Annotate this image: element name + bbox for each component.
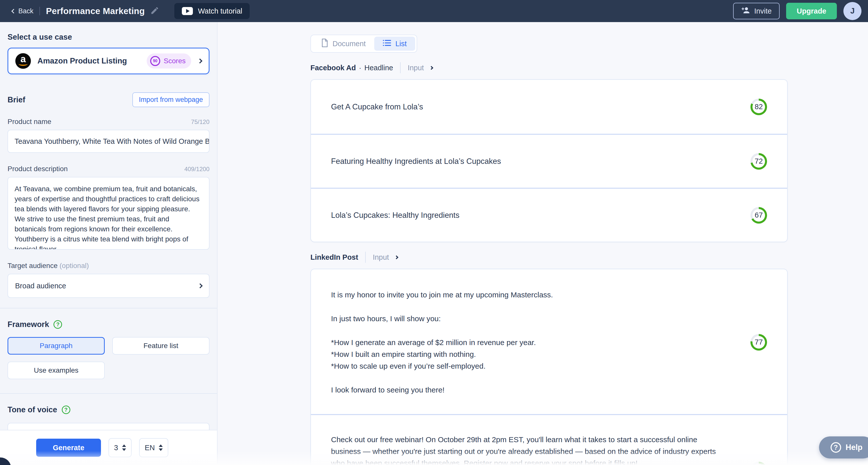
import-from-webpage-button[interactable]: Import from webpage: [132, 92, 210, 107]
chevron-right-icon[interactable]: [197, 59, 203, 64]
header-actions: Invite Upgrade J: [733, 2, 862, 20]
section-subtitle: Headline: [365, 64, 393, 72]
tab-document[interactable]: Document: [312, 37, 374, 51]
edit-title-icon[interactable]: [150, 6, 159, 16]
header-divider: [400, 62, 401, 73]
result-row[interactable]: Lola’s Cupcakes: Healthy Ingredients 67: [311, 188, 787, 242]
results-main: Document List Facebook Ad · Headline Inp…: [217, 22, 868, 465]
sidebar-divider: [0, 393, 217, 394]
page-title: Performance Marketing: [46, 6, 145, 16]
youtube-play-icon: [182, 7, 193, 15]
use-case-name: Amazon Product Listing: [37, 57, 140, 66]
tone-of-voice-title: Tone of voice ?: [7, 405, 210, 414]
chevron-right-icon[interactable]: [429, 66, 433, 70]
use-case-card[interactable]: a Amazon Product Listing 90 Scores: [7, 48, 210, 74]
user-avatar[interactable]: J: [843, 2, 862, 20]
top-header: Back Performance Marketing Watch tutoria…: [0, 0, 868, 22]
framework-title: Framework ?: [7, 320, 210, 329]
result-row[interactable]: Get A Cupcake from Lola’s 82: [311, 80, 787, 134]
help-question-icon: ?: [831, 442, 841, 453]
score-ring[interactable]: 82: [750, 99, 767, 115]
section-title: LinkedIn Post: [310, 253, 358, 262]
section-header-linkedin-post: LinkedIn Post Input: [310, 252, 868, 263]
use-case-section-title: Select a use case: [7, 33, 210, 42]
target-audience-select[interactable]: Broad audience: [7, 274, 210, 298]
input-link[interactable]: Input: [408, 64, 424, 72]
header-divider: [39, 7, 40, 15]
invite-button[interactable]: Invite: [733, 3, 780, 19]
watch-tutorial-button[interactable]: Watch tutorial: [174, 3, 250, 19]
target-audience-value: Broad audience: [15, 282, 198, 290]
invite-person-icon: [741, 6, 750, 16]
framework-option-use-examples[interactable]: Use examples: [7, 362, 105, 379]
invite-label: Invite: [754, 7, 772, 15]
avatar-initial: J: [850, 6, 855, 15]
language-value: EN: [145, 444, 155, 452]
results-card-linkedin-post: It is my honor to invite you to join me …: [310, 269, 787, 465]
upgrade-button[interactable]: Upgrade: [786, 3, 837, 19]
score-ring[interactable]: 67: [750, 207, 767, 224]
result-row[interactable]: Featuring Healthy Ingredients at Lola’s …: [311, 134, 787, 188]
tab-list-label: List: [395, 40, 407, 48]
language-stepper[interactable]: EN: [139, 438, 168, 457]
tab-document-label: Document: [333, 40, 366, 48]
stepper-arrows-icon[interactable]: [159, 444, 163, 451]
result-text: Check out our free webinar! On October 2…: [331, 434, 728, 465]
scores-badge[interactable]: 90 Scores: [147, 54, 191, 68]
brief-sidebar: Select a use case a Amazon Product Listi…: [0, 22, 217, 465]
help-label: Help: [846, 443, 863, 452]
view-toggle: Document List: [310, 35, 417, 53]
result-row[interactable]: It is my honor to invite you to join me …: [311, 269, 787, 414]
stepper-arrows-icon[interactable]: [122, 444, 126, 451]
score-value: 82: [752, 101, 765, 113]
brief-title: Brief: [7, 95, 25, 104]
document-icon: [321, 39, 329, 49]
back-label: Back: [18, 7, 33, 15]
tone-help-icon[interactable]: ?: [62, 405, 70, 414]
score-ring[interactable]: 71: [750, 462, 767, 465]
result-text: Get A Cupcake from Lola’s: [331, 102, 423, 111]
help-button[interactable]: ? Help: [819, 436, 868, 459]
back-button[interactable]: Back: [12, 7, 33, 15]
sidebar-divider: [0, 308, 217, 308]
variations-stepper[interactable]: 3: [108, 438, 132, 457]
optional-hint: (optional): [60, 262, 89, 269]
result-text: It is my honor to invite you to join me …: [331, 289, 553, 396]
score-value: 71: [752, 464, 765, 465]
input-link[interactable]: Input: [373, 253, 389, 262]
tab-list[interactable]: List: [374, 37, 415, 51]
chevron-left-icon: [11, 9, 16, 13]
section-title: Facebook Ad: [310, 64, 356, 72]
sidebar-footer: Generate 3 EN: [0, 430, 217, 465]
amazon-logo-icon: a: [15, 53, 31, 69]
result-text: Featuring Healthy Ingredients at Lola’s …: [331, 157, 501, 166]
results-card-facebook-ad: Get A Cupcake from Lola’s 82 Featuring H…: [310, 79, 787, 242]
scores-badge-label: Scores: [164, 57, 186, 65]
generate-button[interactable]: Generate: [36, 439, 101, 457]
score-value: 67: [752, 209, 765, 222]
framework-option-paragraph[interactable]: Paragraph: [7, 337, 105, 355]
header-divider: [365, 252, 366, 263]
score-90-ring-icon: 90: [150, 56, 160, 66]
result-text: Lola’s Cupcakes: Healthy Ingredients: [331, 211, 459, 220]
framework-help-icon[interactable]: ?: [54, 320, 62, 329]
upgrade-label: Upgrade: [797, 7, 826, 15]
product-name-input[interactable]: Teavana Youthberry, White Tea With Notes…: [7, 130, 210, 153]
product-description-counter: 409/1200: [184, 166, 210, 173]
section-separator: ·: [359, 64, 362, 72]
product-description-label: Product description: [7, 165, 68, 173]
app-window: Back Performance Marketing Watch tutoria…: [0, 0, 868, 465]
variations-value: 3: [114, 444, 118, 452]
score-value: 72: [752, 155, 765, 168]
framework-option-feature-list[interactable]: Feature list: [112, 337, 210, 355]
product-name-label: Product name: [7, 118, 51, 126]
product-name-counter: 75/120: [191, 119, 210, 126]
target-audience-label: Target audience (optional): [7, 262, 89, 270]
watch-tutorial-label: Watch tutorial: [198, 7, 242, 15]
chevron-right-icon[interactable]: [394, 255, 398, 259]
score-ring[interactable]: 72: [750, 153, 767, 170]
product-description-textarea[interactable]: At Teavana, we combine premium tea, frui…: [7, 177, 210, 250]
score-ring[interactable]: 77: [750, 334, 767, 351]
result-row[interactable]: Check out our free webinar! On October 2…: [311, 414, 787, 465]
list-icon: [383, 40, 391, 48]
